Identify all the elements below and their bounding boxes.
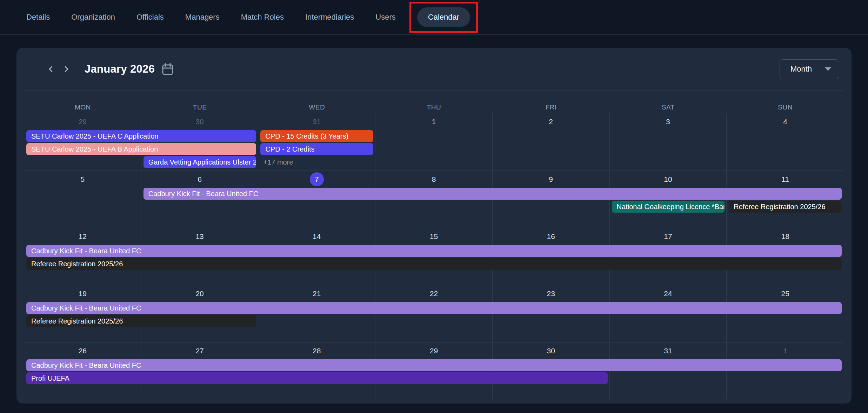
date-number: 30 [544,344,558,358]
week-row: 2627282930311Cadbury Kick Fit - Beara Un… [24,342,844,399]
tab-intermediaries[interactable]: Intermediaries [305,13,354,22]
top-tab-bar: DetailsOrganizationOfficialsManagersMatc… [0,0,868,35]
date-number: 29 [427,344,441,358]
event-bar[interactable]: SETU Carlow 2025 - UEFA B Application [26,143,256,155]
day-header-sat: SAT [610,104,727,111]
date-number: 20 [193,287,207,301]
date-number: 16 [544,229,558,244]
day-header-tue: TUE [141,104,259,111]
date-number: 14 [310,229,324,244]
event-bar[interactable]: National Goalkeeping Licence *Bandon [612,201,725,213]
date-number: 27 [193,344,207,358]
day-header-sun: SUN [727,104,844,111]
calendar-icon[interactable] [162,63,174,75]
date-number: 2 [544,115,558,129]
tab-organization[interactable]: Organization [71,13,115,22]
date-number: 15 [427,229,441,244]
date-number: 28 [310,344,324,358]
date-number: 6 [193,172,207,186]
day-cell-1[interactable]: 1 [375,113,493,171]
prev-month-button[interactable] [44,62,58,76]
week-row: 19202122232425Cadbury Kick Fit - Beara U… [24,285,844,342]
day-header-wed: WED [258,104,375,111]
day-cell-4[interactable]: 4 [727,113,844,171]
date-number: 29 [75,115,89,129]
page: { "tabs": [ { "label": "Details", "activ… [0,0,868,413]
month-title: January 2026 [85,63,155,75]
date-number: 3 [661,115,675,129]
event-bar[interactable]: Garda Vetting Applications Ulster 2025 [143,156,256,168]
date-number: 12 [75,229,89,244]
date-number: 22 [427,287,441,301]
date-number: 1 [427,115,441,129]
date-number: 8 [427,172,441,186]
event-bar[interactable]: Referee Registration 2025/26 [26,258,842,270]
tab-details[interactable]: Details [26,13,50,22]
date-number: 30 [193,115,207,129]
month-grid: MONTUEWEDTHUFRISATSUN 2930311234SETU Car… [24,91,844,399]
date-number: 5 [75,172,89,186]
date-number: 24 [661,287,675,301]
date-number: 21 [310,287,324,301]
date-number: 17 [661,229,675,244]
date-number: 13 [193,229,207,244]
calendar-card: January 2026 Month MONTUEWEDTHUFRISATSUN… [16,48,852,404]
event-bar[interactable]: CPD - 15 Credits (3 Years) [260,130,373,142]
calendar-header: January 2026 Month [16,48,852,91]
event-bar[interactable]: Cadbury Kick Fit - Beara United FC [143,188,842,200]
chevron-left-icon [47,65,55,73]
event-bar[interactable]: Cadbury Kick Fit - Beara United FC [26,359,842,371]
date-number: 11 [778,172,792,186]
week-row: 12131415161718Cadbury Kick Fit - Beara U… [24,228,844,285]
date-number: 31 [310,115,324,129]
date-number: 9 [544,172,558,186]
day-cell-5[interactable]: 5 [24,171,141,228]
date-number: 31 [661,344,675,358]
date-number: 25 [778,287,792,301]
chevron-down-icon [825,67,831,71]
next-month-button[interactable] [59,62,73,76]
event-bar[interactable]: Cadbury Kick Fit - Beara United FC [26,302,842,314]
date-number: 23 [544,287,558,301]
date-number: 26 [75,344,89,358]
day-of-week-header: MONTUEWEDTHUFRISATSUN [24,91,844,113]
tab-managers[interactable]: Managers [185,13,220,22]
week-row: 567891011Cadbury Kick Fit - Beara United… [24,171,844,228]
day-cell-2[interactable]: 2 [493,113,610,171]
more-events-link[interactable]: +17 more [258,156,293,168]
date-number: 10 [661,172,675,186]
tab-users[interactable]: Users [375,13,395,22]
event-bar[interactable]: Cadbury Kick Fit - Beara United FC [26,245,842,257]
event-bar[interactable]: CPD - 2 Credits [260,143,373,155]
tab-match-roles[interactable]: Match Roles [241,13,284,22]
tab-officials[interactable]: Officials [136,13,164,22]
date-number: 19 [75,287,89,301]
event-bar[interactable]: Referee Registration 2025/26 [729,201,842,213]
day-header-mon: MON [24,104,141,111]
date-number: 18 [778,229,792,244]
event-bar[interactable]: Referee Registration 2025/26 [26,315,256,327]
day-header-fri: FRI [493,104,610,111]
chevron-right-icon [62,65,70,73]
date-number: 1 [778,344,792,358]
view-selector-dropdown[interactable]: Month [780,59,839,79]
view-selector-value: Month [790,65,825,74]
day-cell-3[interactable]: 3 [610,113,727,171]
event-bar[interactable]: SETU Carlow 2025 - UEFA C Application [26,130,256,142]
week-row: 2930311234SETU Carlow 2025 - UEFA C Appl… [24,113,844,171]
today-badge: 7 [310,172,324,186]
event-bar[interactable]: Profi UJEFA [26,372,608,384]
tab-calendar[interactable]: Calendar [417,7,470,27]
date-number: 4 [778,115,792,129]
day-header-thu: THU [375,104,493,111]
